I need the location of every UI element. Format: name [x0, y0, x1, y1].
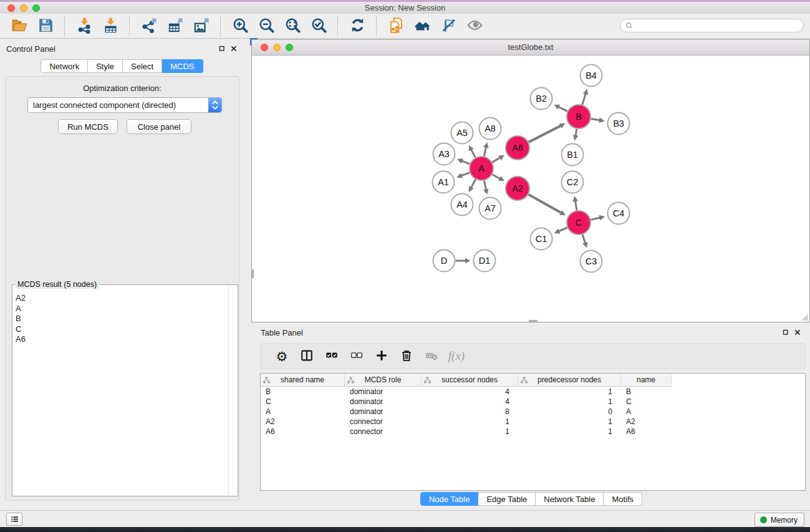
edge-C-C2[interactable] — [576, 201, 577, 210]
column-header-MCDS-role[interactable]: MCDS role — [345, 374, 422, 387]
close-panel-button[interactable]: Close panel — [127, 119, 191, 134]
edge-A-A8[interactable] — [484, 147, 486, 157]
node-A4[interactable]: A4 — [451, 194, 473, 216]
node-B1[interactable]: B1 — [562, 144, 584, 166]
edge-B-B3[interactable] — [591, 118, 600, 120]
tab-network-table[interactable]: Network Table — [536, 492, 604, 506]
toggle-graphics-flag-button[interactable] — [436, 16, 460, 36]
show-details-eye-button[interactable] — [463, 16, 486, 36]
tab-network[interactable]: Network — [41, 59, 88, 73]
close-panel-icon[interactable] — [230, 44, 238, 55]
network-window-titlebar[interactable]: testGlobe.txt — [252, 40, 809, 56]
node-C4[interactable]: C4 — [608, 203, 630, 225]
zoom-out-button[interactable] — [254, 16, 278, 36]
tab-mcds[interactable]: MCDS — [162, 59, 203, 73]
network-horizontal-scroll-thumb[interactable] — [529, 320, 538, 322]
edge-A-A7[interactable] — [484, 181, 486, 190]
mcds-result-item[interactable]: A2 — [16, 293, 228, 304]
edge-B-B4[interactable] — [582, 94, 586, 105]
open-session-button[interactable] — [7, 16, 31, 36]
criterion-dropdown[interactable]: largest connected component (directed) — [27, 97, 222, 113]
table-row[interactable]: Bdominator41B — [261, 387, 805, 397]
node-A2[interactable]: A2 — [506, 177, 529, 200]
copy-network-view-button[interactable] — [384, 16, 408, 36]
table-row[interactable]: A6connector11A6 — [261, 427, 805, 437]
node-A8[interactable]: A8 — [480, 118, 501, 140]
home-button[interactable] — [410, 16, 434, 36]
column-header-name[interactable]: name — [621, 374, 672, 387]
task-history-button[interactable] — [6, 513, 22, 526]
node-B3[interactable]: B3 — [608, 113, 630, 135]
zoom-in-button[interactable] — [228, 16, 252, 36]
zoom-selected-button[interactable] — [307, 16, 330, 36]
edge-A-A4[interactable] — [471, 180, 475, 188]
edge-A-A2[interactable] — [493, 175, 501, 179]
show-columns-button[interactable] — [299, 349, 314, 364]
edge-A2-C[interactable] — [528, 195, 561, 213]
column-header-shared-name[interactable]: shared name — [261, 374, 345, 387]
apply-preferred-layout-button[interactable] — [345, 16, 369, 36]
delete-columns-button[interactable] — [399, 349, 414, 364]
table-row[interactable]: A2connector11A2 — [261, 417, 805, 427]
import-table-button[interactable] — [99, 16, 122, 36]
node-C[interactable]: C — [567, 211, 591, 235]
tab-edge-table[interactable]: Edge Table — [478, 492, 536, 506]
resize-grip-icon[interactable] — [800, 312, 809, 321]
tab-select[interactable]: Select — [123, 59, 162, 73]
export-network-button[interactable] — [137, 16, 161, 36]
mcds-result-item[interactable]: B — [16, 314, 228, 324]
node-A[interactable]: A — [470, 157, 493, 180]
export-table-button[interactable] — [163, 16, 187, 36]
table-options-gear-button[interactable]: ⚙ — [274, 349, 289, 364]
edge-A-A1[interactable] — [461, 173, 470, 176]
edge-C-C4[interactable] — [591, 218, 600, 220]
network-graph-canvas[interactable]: AA1A2A3A4A5A6A7A8BB1B2B3B4CC1C2C3C4DD1 — [252, 56, 809, 322]
table-row[interactable]: Adominator80A — [261, 407, 805, 417]
mcds-result-item[interactable]: A6 — [16, 334, 228, 345]
node-B[interactable]: B — [567, 105, 591, 128]
memory-button[interactable]: Memory — [755, 513, 804, 527]
column-header-successor-nodes[interactable]: successor nodes — [422, 374, 518, 387]
search-field[interactable] — [620, 19, 804, 32]
mcds-result-item[interactable]: A — [16, 304, 228, 314]
node-A1[interactable]: A1 — [433, 172, 455, 193]
float-panel-icon[interactable] — [218, 44, 226, 55]
search-input[interactable] — [634, 20, 803, 31]
column-header-predecessor-nodes[interactable]: predecessor nodes — [518, 374, 621, 387]
create-column-button[interactable] — [374, 349, 389, 364]
table-float-panel-icon[interactable] — [782, 327, 789, 339]
edge-C-C3[interactable] — [582, 235, 586, 243]
node-A3[interactable]: A3 — [433, 143, 455, 165]
tab-style[interactable]: Style — [88, 59, 123, 73]
network-vertical-scroll-thumb[interactable] — [252, 269, 254, 278]
import-network-button[interactable] — [72, 16, 96, 36]
edge-A-A5[interactable] — [471, 150, 476, 158]
edge-A-A3[interactable] — [462, 161, 470, 164]
edge-A-A6[interactable] — [492, 158, 500, 162]
node-B4[interactable]: B4 — [581, 65, 602, 87]
edge-B-B1[interactable] — [576, 129, 577, 136]
node-A5[interactable]: A5 — [451, 122, 473, 144]
select-all-rows-button[interactable] — [324, 349, 339, 364]
tab-node-table[interactable]: Node Table — [420, 492, 479, 506]
node-C1[interactable]: C1 — [531, 228, 552, 250]
node-C2[interactable]: C2 — [562, 172, 584, 193]
deselect-all-rows-button[interactable] — [349, 349, 364, 364]
save-session-button[interactable] — [34, 16, 57, 36]
node-D[interactable]: D — [433, 250, 455, 272]
mcds-result-scrollbar[interactable] — [228, 286, 237, 495]
run-mcds-button[interactable]: Run MCDS — [58, 119, 118, 134]
table-row[interactable]: Cdominator41C — [261, 397, 805, 407]
edge-B-B2[interactable] — [559, 107, 568, 111]
table-close-panel-icon[interactable] — [794, 327, 801, 339]
node-A7[interactable]: A7 — [480, 198, 501, 220]
tab-motifs[interactable]: Motifs — [604, 492, 642, 506]
node-D1[interactable]: D1 — [474, 250, 496, 272]
edge-A6-B[interactable] — [529, 126, 561, 142]
edge-C-C1[interactable] — [559, 228, 567, 231]
export-image-button[interactable] — [190, 16, 213, 36]
node-B2[interactable]: B2 — [531, 88, 552, 110]
node-C3[interactable]: C3 — [581, 251, 602, 273]
mcds-result-item[interactable]: C — [16, 324, 228, 335]
node-A6[interactable]: A6 — [506, 136, 529, 160]
